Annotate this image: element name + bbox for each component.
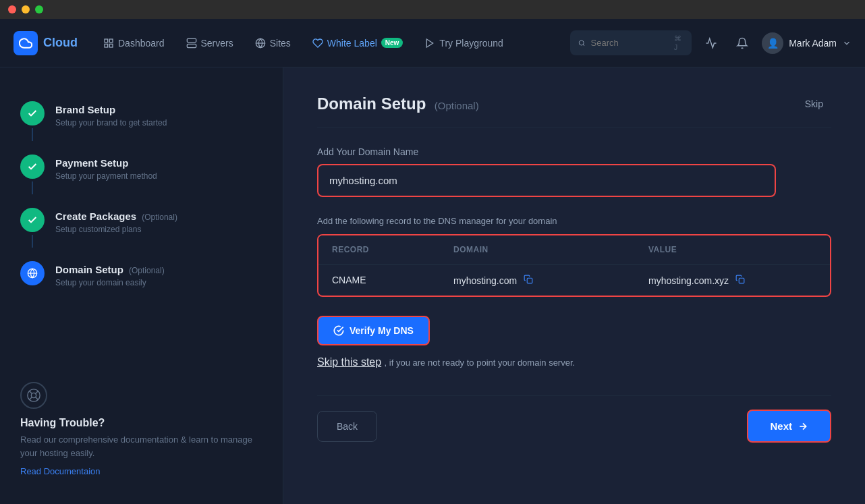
bell-icon [736,37,748,49]
user-menu[interactable]: 👤 Mark Adam [762,32,852,54]
svg-rect-2 [105,44,108,47]
chevron-down-icon [842,38,852,48]
step-title-payment: Payment Setup [55,157,157,169]
svg-rect-4 [187,38,196,42]
step-icon-packages [20,208,45,232]
step-connector-2 [32,181,33,194]
skip-step-suffix: , if you are not ready to point your dom… [385,358,576,368]
next-button[interactable]: Next [747,410,831,443]
activity-icon-button[interactable] [700,32,723,55]
step-domain-setup: Domain Setup (Optional) Setup your domai… [20,254,262,294]
dns-data-row: CNAME myhosting.com myhosting.com.xyz [318,265,830,296]
step-icon-payment [20,155,45,179]
copy-value-button[interactable] [735,275,745,284]
dns-domain-cell: myhosting.com [440,265,635,296]
check-circle-icon [333,325,344,336]
domain-field-label: Add Your Domain Name [317,146,831,157]
svg-rect-21 [527,278,532,283]
step-text-brand: Brand Setup Setup your brand to get star… [55,101,167,128]
help-title: Having Trouble? [20,417,262,429]
top-navigation: Cloud Dashboard Servers Sites [0,19,865,67]
svg-rect-5 [187,44,196,47]
svg-rect-22 [739,278,744,283]
dns-col-value: Value [635,235,830,264]
step-create-packages: Create Packages (Optional) Setup customi… [20,201,262,241]
svg-line-18 [36,397,38,400]
arrow-right-icon [798,421,808,432]
svg-point-16 [31,393,36,397]
dns-value-cell: myhosting.com.xyz [635,265,830,296]
step-brand-setup: Brand Setup Setup your brand to get star… [20,94,262,134]
skip-button[interactable]: Skip [797,94,831,113]
back-button[interactable]: Back [317,411,377,442]
dns-col-record: Record [318,235,440,264]
step-subtitle-payment: Setup your payment method [55,171,157,181]
dns-table: Record Domain Value CNAME myhosting.com [317,234,831,297]
dns-section: Add the following record to the DNS mana… [317,216,831,297]
search-input[interactable] [591,38,669,48]
step-text-payment: Payment Setup Setup your payment method [55,155,157,181]
step-subtitle-brand: Setup your brand to get started [55,118,167,128]
svg-line-12 [583,45,584,46]
svg-line-19 [36,391,38,394]
nav-item-whitelabel[interactable]: White Label New [303,32,413,54]
step-connector-3 [32,235,33,248]
user-name: Mark Adam [789,38,837,49]
content-header: Domain Setup (Optional) Skip [317,94,831,128]
domain-name-section: Add Your Domain Name [317,146,831,197]
steps-list: Brand Setup Setup your brand to get star… [20,94,262,294]
svg-point-11 [579,40,584,45]
step-text-packages: Create Packages (Optional) Setup customi… [55,208,177,234]
page-title: Domain Setup (Optional) [317,94,479,113]
read-documentation-link[interactable]: Read Documentaion [20,466,101,476]
window-chrome [0,0,865,19]
step-payment-setup: Payment Setup Setup your payment method [20,148,262,188]
skip-step-link[interactable]: Skip this step [317,356,381,368]
activity-icon [705,37,717,49]
fullscreen-window-button[interactable] [35,5,43,13]
nav-item-sites[interactable]: Sites [246,32,300,54]
help-desc: Read our comprehensive documentation & l… [20,433,262,459]
copy-domain-button[interactable] [524,275,533,284]
svg-rect-0 [105,39,108,43]
new-badge: New [381,38,403,48]
search-box[interactable]: ⌘ J [570,30,692,55]
bottom-navigation: Back Next [317,395,831,443]
main-layout: Brand Setup Setup your brand to get star… [0,67,865,504]
search-icon [578,38,585,48]
nav-item-servers[interactable]: Servers [177,32,243,54]
step-icon-domain [20,261,45,285]
svg-rect-3 [109,44,113,47]
logo-area[interactable]: Cloud [13,31,78,55]
help-icon [20,382,47,409]
dns-col-domain: Domain [440,235,635,264]
search-shortcut: ⌘ J [674,34,683,51]
help-section: Having Trouble? Read our comprehensive d… [20,362,262,477]
logo-text: Cloud [43,36,78,50]
svg-line-20 [30,397,32,400]
nav-item-playground[interactable]: Try Playground [415,32,512,54]
skip-step-section: Skip this step , if you are not ready to… [317,356,831,368]
notifications-icon-button[interactable] [731,32,754,55]
svg-line-17 [30,391,32,394]
step-title-packages: Create Packages (Optional) [55,211,177,222]
step-connector-1 [32,128,33,141]
step-subtitle-packages: Setup customized plans [55,225,177,234]
step-title-brand: Brand Setup [55,104,167,115]
step-title-domain: Domain Setup (Optional) [55,264,165,275]
dns-header-row: Record Domain Value [318,235,830,265]
step-text-domain: Domain Setup (Optional) Setup your domai… [55,261,165,287]
domain-name-input[interactable] [317,164,776,197]
dns-instruction-label: Add the following record to the DNS mana… [317,216,831,226]
close-window-button[interactable] [8,5,16,13]
step-icon-brand [20,101,45,125]
step-subtitle-domain: Setup your domain easily [55,278,165,287]
nav-item-dashboard[interactable]: Dashboard [94,32,174,54]
svg-marker-10 [427,39,433,47]
verify-dns-button[interactable]: Verify My DNS [317,316,430,345]
minimize-window-button[interactable] [22,5,30,13]
content-area: Domain Setup (Optional) Skip Add Your Do… [283,67,865,504]
sidebar: Brand Setup Setup your brand to get star… [0,67,283,504]
logo-icon [13,31,38,55]
avatar: 👤 [762,32,783,54]
